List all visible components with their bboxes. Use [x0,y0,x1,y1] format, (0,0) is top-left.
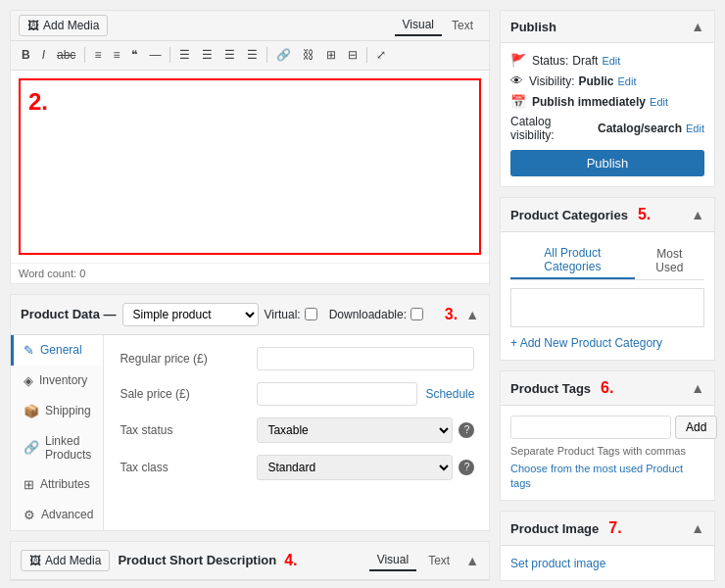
product-categories-title: Product Categories 5. [510,206,651,223]
catalog-value: Catalog/search [598,122,682,135]
cat-tab-most-used[interactable]: Most Used [635,242,704,279]
product-data-number: 3. [445,306,458,323]
table-button[interactable]: ⊞ [321,45,341,66]
tax-class-select[interactable]: Standard Reduced rate Zero rate [257,455,453,480]
status-label: Status: [532,54,568,68]
formatting-bar: B I abc ≡ ≡ ❝ — ☰ ☰ ☰ ☰ 🔗 ⛓ ⊞ ⊟ ⤢ [11,41,489,71]
word-count: Word count: 0 [11,263,489,283]
short-description-tabs: Visual Text [369,550,458,571]
short-desc-add-media-button[interactable]: 🖼 Add Media [21,550,110,571]
publish-box: Publish ▲ 🚩 Status: Draft Edit 👁 Visibil… [500,10,715,187]
fullscreen-button[interactable]: ⤢ [371,45,391,66]
catalog-edit-link[interactable]: Edit [686,122,704,134]
unordered-list-button[interactable]: ≡ [89,45,106,66]
align-justify-button[interactable]: ☰ [242,45,263,66]
unlink-button[interactable]: ⛓ [298,45,319,66]
short-description-label: Product Short Description [118,553,276,567]
nav-item-linked-products[interactable]: 🔗 Linked Products [11,426,103,469]
advanced-icon: ⚙ [24,508,35,522]
editor-tabs: Visual Text [395,15,481,36]
nav-item-shipping[interactable]: 📦 Shipping [11,396,103,426]
downloadable-label[interactable]: Downloadable: [329,308,423,321]
ordered-list-button[interactable]: ≡ [108,45,124,66]
publish-time-row: 📅 Publish immediately Edit [510,94,704,109]
short-description-header-right: Visual Text ▲ [369,550,479,571]
cat-tab-all[interactable]: All Product Categories [510,242,635,279]
editor-toolbar-top: 🖼 Add Media Visual Text [11,11,489,41]
shipping-icon: 📦 [24,404,39,418]
add-category-link[interactable]: + Add New Product Category [510,336,662,350]
tags-input-row: Add [510,416,704,439]
regular-price-input[interactable] [257,347,474,370]
status-icon: 🚩 [510,53,526,68]
sidebar: Publish ▲ 🚩 Status: Draft Edit 👁 Visibil… [500,10,715,588]
blockquote-button[interactable]: ❝ [126,45,142,66]
publish-box-collapse-button[interactable]: ▲ [691,19,704,34]
nav-item-attributes[interactable]: ⊞ Attributes [11,469,103,500]
sale-price-label: Sale price (£) [120,387,257,401]
strikethrough-button[interactable]: abc [52,45,80,66]
product-data-header-left: Product Data — Simple product Variable p… [21,303,423,326]
hr-button[interactable]: — [144,45,166,66]
visibility-icon: 👁 [510,74,523,88]
tax-class-help-icon[interactable]: ? [459,460,474,475]
bold-button[interactable]: B [17,45,35,66]
set-product-image-link[interactable]: Set product image [510,557,605,570]
add-media-button[interactable]: 🖼 Add Media [19,15,108,36]
virtual-label[interactable]: Virtual: [265,308,317,321]
nav-item-general[interactable]: ✎ General [11,335,103,366]
align-left-button[interactable]: ☰ [174,45,195,66]
align-center-button[interactable]: ☰ [197,45,218,66]
publish-edit-link[interactable]: Edit [650,96,668,108]
table2-button[interactable]: ⊟ [343,45,362,66]
product-data-nav: ✎ General ◈ Inventory 📦 Shipping 🔗 Linke… [11,335,104,530]
product-tags-body: Add Separate Product Tags with commas Ch… [501,406,714,500]
product-categories-collapse-button[interactable]: ▲ [691,207,704,222]
visibility-value: Public [578,74,613,88]
product-type-select[interactable]: Simple product Variable product Grouped … [122,303,259,326]
tab-visual[interactable]: Visual [395,15,442,36]
virtual-checkbox[interactable] [305,308,317,320]
short-desc-add-media-icon: 🖼 [29,554,41,567]
product-image-collapse-button[interactable]: ▲ [691,520,704,536]
product-image-box: Product Image 7. ▲ Set product image [500,511,715,581]
tax-status-help-icon[interactable]: ? [459,422,474,438]
product-tags-box: Product Tags 6. ▲ Add Separate Product T… [500,370,715,501]
attributes-icon: ⊞ [24,477,34,492]
visibility-edit-link[interactable]: Edit [617,75,636,87]
publish-button[interactable]: Publish [510,150,704,176]
link-button[interactable]: 🔗 [271,45,296,66]
schedule-link[interactable]: Schedule [425,387,474,401]
align-right-button[interactable]: ☰ [219,45,240,66]
most-used-tags-link[interactable]: Choose from the most used Product tags [510,463,683,489]
tags-add-button[interactable]: Add [675,416,717,439]
tab-text[interactable]: Text [444,15,481,36]
nav-item-advanced[interactable]: ⚙ Advanced [11,500,103,530]
regular-price-label: Regular price (£) [120,352,257,366]
short-description-number: 4. [284,552,297,569]
regular-price-row: Regular price (£) [120,347,474,370]
separator-2 [169,47,170,63]
tax-status-select[interactable]: Taxable Shipping only None [257,417,453,443]
short-desc-tab-visual[interactable]: Visual [369,550,416,571]
short-description-collapse-button[interactable]: ▲ [465,553,479,568]
visibility-row: 👁 Visibility: Public Edit [510,74,704,88]
italic-button[interactable]: I [37,45,50,66]
tags-hint: Separate Product Tags with commas [510,445,704,457]
sale-price-input[interactable] [257,382,417,406]
categories-list[interactable] [510,288,704,327]
visibility-label: Visibility: [529,74,574,88]
product-data-collapse-button[interactable]: ▲ [465,307,479,322]
categories-tabs: All Product Categories Most Used [510,242,704,280]
tags-input[interactable] [510,416,671,439]
sale-price-row: Sale price (£) Schedule [120,382,474,406]
publish-label: Publish immediately [532,95,646,109]
status-edit-link[interactable]: Edit [602,55,620,67]
downloadable-checkbox[interactable] [411,308,423,320]
product-tags-collapse-button[interactable]: ▲ [691,380,704,396]
separator-3 [266,47,267,63]
nav-item-inventory[interactable]: ◈ Inventory [11,366,103,396]
product-data-header-right: 3. ▲ [441,306,479,323]
editor-body[interactable]: 2. [19,78,481,255]
short-desc-tab-text[interactable]: Text [420,550,458,571]
